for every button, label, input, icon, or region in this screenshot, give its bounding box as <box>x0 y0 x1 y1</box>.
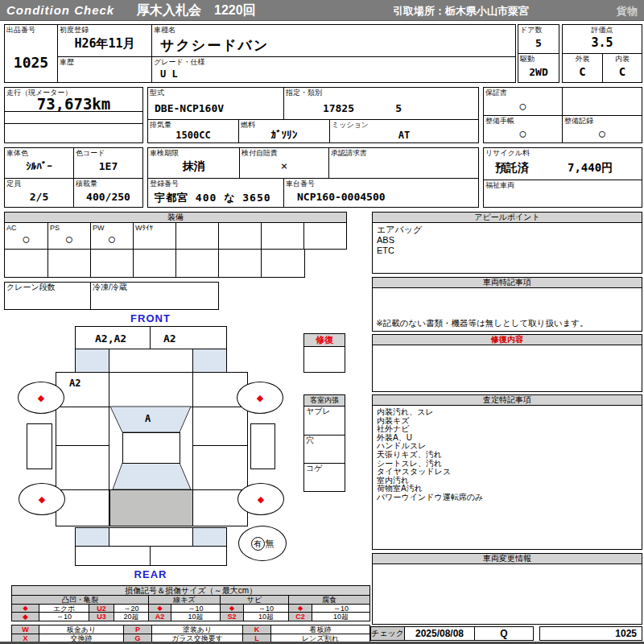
cabin-lining-header: 客室内張 <box>303 394 345 407</box>
legend-code-u3: U3 <box>89 612 114 621</box>
vehicle-change-header: 車両変更情報 <box>372 553 642 564</box>
body-door-line-left <box>56 445 109 446</box>
inspection-box: 車検期限 抹消 <box>147 147 240 179</box>
reefer-box: 冷凍/冷蔵 <box>90 282 219 310</box>
registration-number-value: 宇都宮 400 な 3650 <box>155 191 271 205</box>
equipment-cell-empty <box>47 249 91 278</box>
score-label: 評価点 <box>563 26 642 34</box>
model-code-box: 型式 DBE-NCP160V <box>147 87 284 120</box>
color-code-label: 色コード <box>76 149 105 157</box>
body-left-mark: A2 <box>69 378 80 389</box>
spare-tire-indicator: 有 無 <box>238 526 287 561</box>
equipment-cell-empty <box>90 249 134 278</box>
fuel-value: ｶﾞｿﾘﾝ <box>239 129 329 141</box>
maintenance-book-mark: ○ <box>484 127 562 139</box>
diagram-front-label: FRONT <box>118 312 183 324</box>
inspection-value: 抹消 <box>148 159 239 174</box>
class-number-value: 17825 <box>299 102 377 114</box>
mileage-box: 走行（現メーター） 73,673km <box>4 87 143 112</box>
legend-diamond-icon: ◆ <box>11 612 39 621</box>
warranty-mark: ○ <box>484 100 562 112</box>
grade-label: グレード・仕様 <box>154 58 205 66</box>
recycle-fee-label: リサイクル料 <box>485 149 530 157</box>
vehicle-history-box: 車歴 <box>57 56 152 83</box>
fuel-label: 燃料 <box>241 121 255 129</box>
legend-cell: 10超 <box>243 612 289 621</box>
repair-content-header: 修復内容 <box>372 334 642 345</box>
repair-flag-body <box>303 346 345 373</box>
registration-number-label: 登録番号 <box>150 180 179 188</box>
equipment-cell-wtire: Wﾀｲﾔ <box>133 222 176 250</box>
wheel-rear-right: ◆ <box>237 483 284 515</box>
warranty-label: 保証書 <box>485 89 507 97</box>
model-name-value: サクシードバン <box>160 36 269 55</box>
rear-fender-right <box>192 527 227 547</box>
drive-label: 駆動 <box>520 55 535 63</box>
wheel-damage-icon: ◆ <box>258 495 264 504</box>
mileage-extra-box-2 <box>4 123 143 143</box>
crane-stages-box: クレーン段数 <box>4 282 91 310</box>
front-panel-center <box>109 349 193 373</box>
equipment-cell-empty <box>261 222 304 250</box>
spare-yes-circled: 有 <box>251 537 265 551</box>
recycle-fee-box: リサイクル料 預託済 7,440円 <box>483 147 642 180</box>
repair-content-panel <box>372 345 642 392</box>
inspection-label: 車検期限 <box>150 149 179 157</box>
insurance-label: 検付自賠責 <box>242 149 278 157</box>
windshield-mark: A <box>145 413 151 424</box>
cabin-lining-burn-cell: コゲ <box>303 463 345 492</box>
recycle-status-value: 預託済 <box>495 161 529 175</box>
vehicle-history-label: 車歴 <box>60 58 74 66</box>
legend-code-s2: S2 <box>220 612 244 621</box>
transmission-label: ミッション <box>332 121 369 129</box>
equipment-ac-label: AC <box>6 224 17 232</box>
cabin-roof-panel <box>122 432 180 464</box>
interior-grade-box: 内装 C <box>602 53 642 83</box>
displacement-label: 排気量 <box>150 121 171 129</box>
rear-bumper-left-cell <box>75 546 151 566</box>
check-inspector-cell: Q <box>474 626 534 641</box>
spare-no-text: 無 <box>266 538 275 550</box>
front-bumper-left-mark: A2,A2 <box>95 332 126 345</box>
grade-box: グレード・仕様 U L <box>151 56 516 83</box>
warranty-empty-box <box>562 87 642 116</box>
wheel-damage-icon: ◆ <box>257 394 263 402</box>
maintenance-book-label: 整備手帳 <box>485 117 514 125</box>
equipment-cell-ac: AC ○ <box>4 222 48 250</box>
legend-cell: 10超 <box>312 612 370 621</box>
equipment-cell-ps: PS ○ <box>47 222 91 250</box>
fuel-box: 燃料 ｶﾞｿﾘﾝ <box>238 119 330 143</box>
maintenance-record-label: 整備記録 <box>564 117 593 125</box>
displacement-value: 1500CC <box>148 130 238 141</box>
side-step-left <box>27 423 52 469</box>
check-label-cell: チェック <box>370 626 405 641</box>
equipment-cell-empty <box>175 222 219 250</box>
equipment-pw-label: PW <box>93 224 105 232</box>
equipment-cell-empty <box>261 249 305 278</box>
chassis-number-box: 車台番号 NCP160-0004500 <box>283 178 479 208</box>
vehicle-category-badge: 貨物 <box>617 4 638 19</box>
body-color-label: 車体色 <box>6 149 28 157</box>
insurance-mark: × <box>240 159 328 172</box>
maintenance-record-mark: ○ <box>563 127 642 139</box>
assessment-notes-header: 査定特記事項 <box>372 394 642 406</box>
auction-title: 厚木入札会 1220回 <box>137 2 256 19</box>
check-date-cell: 2025/08/08 <box>404 626 475 641</box>
equipment-wtire-label: Wﾀｲﾔ <box>135 224 153 232</box>
model-code-value: DBE-NCP160V <box>155 102 224 114</box>
score-value: 3.5 <box>563 35 642 50</box>
model-name-box: 車種名 サクシードバン <box>151 24 516 57</box>
appeal-item: ABS <box>373 235 642 246</box>
equipment-ps-label: PS <box>50 224 60 232</box>
vehicle-notes-header: 車両特記事項 <box>372 277 642 288</box>
exterior-grade-label: 外装 <box>563 55 602 63</box>
side-step-right <box>250 423 275 469</box>
appeal-points-header: アピールポイント <box>372 212 642 223</box>
welfare-vehicle-label: 福祉車両 <box>485 181 514 189</box>
class-box: 指定・類別 17825 5 <box>283 87 479 120</box>
front-bumper-right-cell: A2 <box>150 326 227 349</box>
wheel-front-right: ◆ <box>237 382 283 414</box>
wheel-rear-left: ◆ <box>19 483 65 515</box>
load-capacity-box: 積載量 400/250 <box>73 178 143 208</box>
body-color-box: 車体色 ｼﾙﾊﾞｰ <box>4 147 74 179</box>
